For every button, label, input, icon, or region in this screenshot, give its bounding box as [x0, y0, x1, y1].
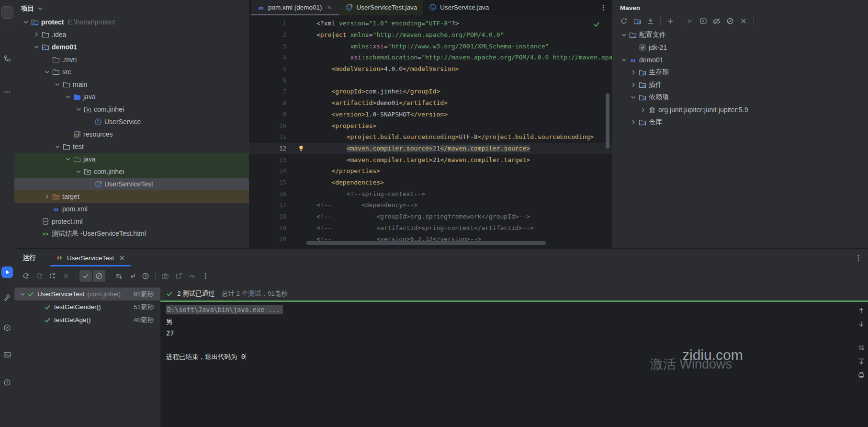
chevron-down-icon[interactable]: [620, 31, 628, 39]
editor-tab-pom-xml-demo01-[interactable]: mpom.xml (demo01): [251, 0, 339, 15]
project-tree-item-src[interactable]: src: [14, 66, 249, 78]
code-line-4[interactable]: 4 xsi:schemaLocation="http://maven.apach…: [249, 52, 612, 63]
chevron-down-icon[interactable]: [54, 143, 62, 151]
more-options-icon[interactable]: [854, 254, 862, 262]
project-tree-item-pom[interactable]: mpom.xml: [14, 203, 249, 215]
run-goal-button[interactable]: [684, 15, 696, 27]
chevron-right-icon[interactable]: [630, 118, 638, 127]
close-x-button[interactable]: [737, 15, 750, 27]
maven-tree-item-jdk21[interactable]: jdk-21: [612, 41, 868, 54]
chevron-down-icon[interactable]: [54, 81, 62, 89]
project-tree-item-iml[interactable]: protect.iml: [14, 215, 249, 228]
code-line-8[interactable]: 8 <artifactId>demo01</artifactId>: [249, 97, 612, 109]
code-line-19[interactable]: 19<!-- <artifactId>spring-context</artif…: [249, 222, 612, 233]
project-tree-item-test-report[interactable]: <>测试结果 -UserServiceTest.html: [14, 228, 249, 240]
code-line-12[interactable]: 12 <maven.compiler.source>21</maven.comp…: [249, 143, 612, 154]
gauge-button[interactable]: [186, 270, 198, 282]
activitybar-more-h-button[interactable]: [1, 86, 13, 98]
code-line-6[interactable]: 6: [249, 74, 612, 86]
editor-vertical-scrollbar[interactable]: [606, 93, 609, 149]
camera-button[interactable]: [159, 270, 171, 282]
project-tree-item-idea[interactable]: .idea: [14, 28, 249, 41]
chevron-down-icon[interactable]: [75, 168, 83, 176]
project-tree-item-main-java[interactable]: java: [14, 91, 249, 103]
maven-tree-item-plugins[interactable]: 插件: [612, 79, 868, 91]
monitor-play-button[interactable]: [697, 15, 710, 27]
stop-square-button[interactable]: [60, 270, 72, 282]
code-line-16[interactable]: 16 <!--spring-context-->: [249, 188, 612, 199]
print-button[interactable]: [856, 369, 867, 381]
download-button[interactable]: [644, 15, 657, 27]
cloud-off-button[interactable]: [710, 15, 723, 27]
console-output[interactable]: D:\soft\Java\bin\java.exe ...男27进程已结束，退出…: [160, 302, 855, 427]
chevron-down-icon[interactable]: [64, 93, 72, 101]
maven-tree-item-lifecycle[interactable]: 生存期: [612, 66, 868, 79]
run-tab-userservicetest[interactable]: UserServiceTest: [50, 249, 131, 266]
maven-tree-item-dependencies[interactable]: 依赖项: [612, 91, 868, 104]
chevron-down-icon[interactable]: [630, 93, 638, 102]
chevron-down-icon[interactable]: [64, 155, 72, 163]
chevron-down-icon[interactable]: [620, 56, 628, 64]
code-line-5[interactable]: 5 <modelVersion>4.0.0</modelVersion>: [249, 63, 612, 75]
code-line-13[interactable]: 13 <maven.compiler.target>21</maven.comp…: [249, 154, 612, 165]
scroll-end-button[interactable]: [856, 356, 867, 367]
activitybar-structure-button[interactable]: [1, 53, 13, 64]
maven-tree-item-profiles[interactable]: 配置文件: [612, 29, 868, 41]
clock-button[interactable]: [139, 270, 152, 282]
check-button[interactable]: [79, 270, 92, 282]
arrow-into-button[interactable]: [126, 270, 138, 282]
code-line-10[interactable]: 10 <properties>: [249, 120, 612, 131]
activitybar-problems-button[interactable]: [1, 377, 13, 388]
project-tree-item-test-java[interactable]: java: [14, 153, 249, 165]
test-case-row[interactable]: testGetGender()51毫秒: [14, 300, 160, 313]
chevron-right-icon[interactable]: [43, 193, 51, 201]
code-editor[interactable]: 1<?xml version="1.0" encoding="UTF-8"?>2…: [249, 15, 612, 248]
sync-folder-button[interactable]: [631, 15, 643, 27]
chevron-right-icon[interactable]: [639, 106, 647, 114]
project-tree-item-main-pkg[interactable]: com.jinhei: [14, 103, 249, 115]
code-line-3[interactable]: 3 xmlns:xsi="http://www.w3.org/2001/XMLS…: [249, 40, 612, 52]
project-tree-item-demo01[interactable]: demo01: [14, 41, 249, 53]
code-line-11[interactable]: 11 <project.build.sourceEncoding>UTF-8</…: [249, 131, 612, 143]
rerun-button[interactable]: [20, 270, 32, 282]
chevron-down-icon[interactable]: [33, 43, 41, 51]
project-tree-item-userservice[interactable]: CUserService: [14, 115, 249, 128]
plus-button[interactable]: [664, 15, 676, 27]
code-line-1[interactable]: 1<?xml version="1.0" encoding="UTF-8"?>: [249, 18, 612, 29]
project-tree-item-protect[interactable]: protectE:\home\protect: [14, 16, 249, 28]
editor-tab-userservicetest-java[interactable]: CUserServiceTest.java: [339, 0, 423, 15]
code-line-7[interactable]: 7 <groupId>com.jinhei</groupId>: [249, 86, 612, 97]
project-tree-item-test-pkg[interactable]: com.jinhei: [14, 165, 249, 178]
lightbulb-icon[interactable]: [297, 144, 305, 152]
close-icon[interactable]: [118, 254, 126, 262]
chevron-down-icon[interactable]: [43, 68, 51, 76]
code-line-17[interactable]: 17<!-- <dependency>-->: [249, 199, 612, 211]
arrow-up-button[interactable]: [856, 305, 867, 316]
slash-circle-button[interactable]: [724, 15, 736, 27]
chevron-down-icon[interactable]: [22, 18, 30, 26]
activitybar-project-folder-button[interactable]: [1, 7, 13, 18]
project-tree-item-userservicetest[interactable]: CUserServiceTest: [14, 178, 249, 190]
project-tree-item-mvn[interactable]: .mvn: [14, 53, 249, 66]
project-tree-item-test[interactable]: test: [14, 140, 249, 153]
chevron-down-icon[interactable]: [75, 105, 83, 114]
sort-duration-button[interactable]: [113, 270, 125, 282]
maven-tree-item-junit[interactable]: org.junit.jupiter:junit-jupiter:5.9: [612, 104, 868, 116]
export-button[interactable]: [172, 270, 185, 282]
activitybar-services-hex-button[interactable]: [1, 322, 13, 334]
project-panel-header[interactable]: 项目: [14, 0, 249, 16]
code-line-18[interactable]: 18<!-- <groupId>org.springframework</gro…: [249, 211, 612, 222]
editor-tabs-more-icon[interactable]: [599, 4, 607, 12]
activitybar-terminal-button[interactable]: [1, 349, 13, 360]
activitybar-hammer-button[interactable]: [1, 291, 13, 303]
editor-tab-userservice-java[interactable]: CUserService.java: [423, 0, 495, 15]
chevron-right-icon[interactable]: [630, 69, 638, 77]
code-line-14[interactable]: 14 </properties>: [249, 165, 612, 177]
maven-tree-item-demo01[interactable]: mdemo01: [612, 54, 868, 66]
kebab-button[interactable]: [199, 270, 212, 282]
sync-button[interactable]: [618, 15, 630, 27]
activitybar-run-play-button[interactable]: [1, 266, 13, 278]
test-result-root[interactable]: UserServiceTest(com.jinhei)91毫秒: [14, 288, 160, 300]
code-line-15[interactable]: 15 <dependencies>: [249, 177, 612, 188]
soft-wrap-button[interactable]: [856, 342, 867, 354]
